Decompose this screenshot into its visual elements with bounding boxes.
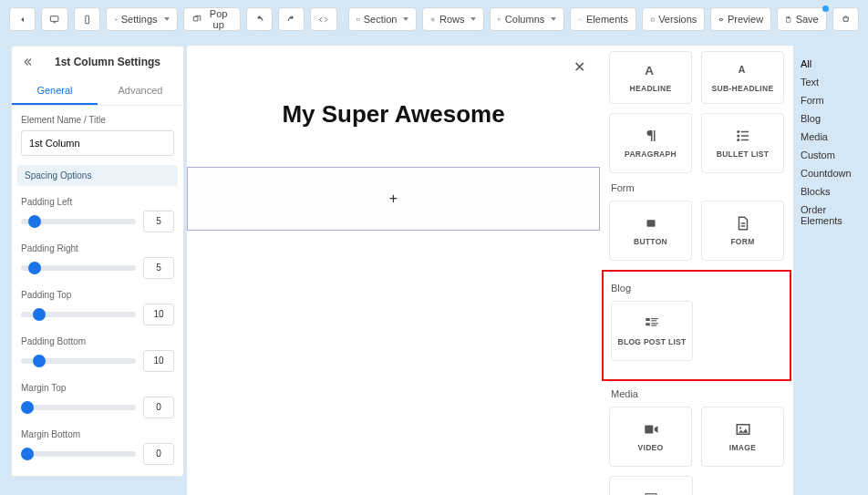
close-drawer-button[interactable]: ✕ [569, 57, 589, 77]
padding-top-slider[interactable] [21, 312, 136, 317]
section-button[interactable]: Section [348, 7, 418, 31]
svg-rect-15 [646, 220, 655, 227]
svg-point-11 [737, 135, 739, 138]
versions-button[interactable]: Versions [642, 7, 705, 31]
svg-rect-4 [501, 18, 501, 20]
spacing-sliders: Padding Left5 Padding Right5 Padding Top… [12, 186, 183, 465]
cat-media[interactable]: Media [799, 128, 863, 146]
cat-blog[interactable]: Blog [799, 109, 863, 128]
redo-button[interactable] [278, 7, 305, 31]
element-headline[interactable]: AHEADLINE [609, 51, 692, 104]
blog-highlight-frame: Blog BLOG POST LIST [602, 270, 791, 381]
cart-button[interactable] [832, 7, 859, 31]
element-video[interactable]: VIDEO [609, 407, 692, 467]
page-headline[interactable]: My Super Awesome [187, 100, 600, 129]
svg-rect-18 [651, 320, 656, 321]
padding-left-value[interactable]: 5 [143, 211, 174, 232]
svg-text:A: A [738, 64, 745, 75]
padding-bottom-slider[interactable] [21, 358, 136, 364]
svg-rect-16 [646, 318, 650, 321]
padding-bottom-label: Padding Bottom [21, 336, 174, 346]
padding-right-slider[interactable] [21, 265, 136, 271]
cat-countdown[interactable]: Countdown [799, 164, 863, 182]
column-settings-panel: 1st Column Settings General Advanced Ele… [11, 46, 184, 477]
element-subheadline[interactable]: ASUB-HEADLINE [701, 51, 784, 104]
drop-zone[interactable]: + [187, 167, 600, 231]
element-button[interactable]: BUTTON [609, 201, 692, 261]
category-media-label: Media [611, 388, 784, 399]
svg-rect-20 [651, 323, 658, 324]
element-bulletlist[interactable]: BULLET LIST [701, 113, 784, 173]
margin-top-slider[interactable] [21, 405, 136, 410]
cat-text[interactable]: Text [799, 73, 863, 91]
settings-button[interactable]: Settings [106, 7, 178, 31]
back-button[interactable] [9, 7, 36, 31]
element-paragraph[interactable]: PARAGRAPH [609, 113, 692, 173]
editor-canvas: ✕ My Super Awesome + [187, 46, 600, 495]
padding-left-label: Padding Left [21, 197, 174, 207]
save-button[interactable]: Save [777, 7, 827, 31]
svg-rect-19 [646, 323, 650, 325]
cat-form[interactable]: Form [799, 91, 863, 109]
padding-bottom-value[interactable]: 10 [143, 350, 174, 372]
element-image[interactable]: IMAGE [701, 407, 784, 467]
element-name-label: Element Name / Title [12, 106, 183, 130]
columns-button[interactable]: Columns [490, 7, 564, 31]
tab-general[interactable]: General [12, 77, 98, 105]
padding-top-value[interactable]: 10 [143, 304, 174, 325]
element-faq[interactable]: FAQ [609, 476, 693, 495]
undo-button[interactable] [246, 7, 273, 31]
padding-right-value[interactable]: 5 [143, 257, 174, 279]
margin-bottom-slider[interactable] [21, 451, 136, 457]
spacing-options-header[interactable]: Spacing Options [17, 165, 178, 186]
svg-rect-21 [651, 325, 656, 326]
rows-button[interactable]: Rows [422, 7, 484, 31]
unsaved-dot-icon [822, 5, 829, 12]
code-button[interactable] [310, 7, 336, 31]
cat-blocks[interactable]: Blocks [799, 182, 863, 201]
margin-bottom-value[interactable]: 0 [143, 443, 174, 465]
elements-drawer: AHEADLINE ASUB-HEADLINE PARAGRAPH BULLET… [600, 46, 793, 495]
svg-rect-17 [651, 318, 658, 319]
svg-rect-3 [499, 18, 500, 20]
svg-rect-6 [788, 16, 790, 18]
popup-button[interactable]: Pop up [183, 7, 241, 31]
category-blog-label: Blog [611, 283, 782, 294]
plus-icon: + [389, 191, 398, 207]
svg-text:A: A [645, 64, 654, 77]
svg-rect-22 [645, 426, 653, 434]
margin-top-value[interactable]: 0 [143, 397, 174, 418]
padding-right-label: Padding Right [21, 243, 174, 253]
svg-rect-12 [740, 135, 748, 137]
element-form[interactable]: FORM [701, 201, 784, 261]
svg-point-9 [737, 130, 739, 133]
margin-top-label: Margin Top [21, 383, 174, 393]
element-name-input[interactable] [21, 130, 174, 156]
desktop-view-button[interactable] [41, 7, 67, 31]
svg-point-24 [739, 427, 740, 428]
svg-rect-1 [85, 15, 88, 23]
margin-bottom-label: Margin Bottom [21, 429, 174, 439]
cat-custom[interactable]: Custom [799, 146, 863, 164]
element-blogpostlist[interactable]: BLOG POST LIST [611, 301, 693, 361]
tab-advanced[interactable]: Advanced [98, 77, 183, 105]
element-category-list: All Text Form Blog Media Custom Countdow… [793, 46, 868, 495]
padding-top-label: Padding Top [21, 290, 174, 300]
preview-button[interactable]: Preview [710, 7, 771, 31]
svg-point-13 [737, 139, 739, 141]
svg-rect-14 [740, 139, 748, 141]
svg-rect-5 [651, 17, 654, 20]
cat-all[interactable]: All [799, 55, 863, 73]
top-toolbar: Settings Pop up Section Rows Columns Ele… [0, 0, 868, 38]
cat-order-elements[interactable]: Order Elements [799, 201, 863, 230]
category-form-label: Form [611, 182, 784, 193]
svg-rect-10 [740, 131, 748, 133]
svg-rect-2 [356, 18, 359, 20]
svg-rect-0 [51, 15, 58, 21]
panel-title: 1st Column Settings [41, 56, 174, 68]
panel-header: 1st Column Settings [12, 46, 183, 77]
collapse-icon[interactable] [21, 56, 34, 68]
elements-button[interactable]: Elements [570, 7, 636, 31]
padding-left-slider[interactable] [21, 219, 136, 224]
mobile-view-button[interactable] [74, 7, 100, 31]
